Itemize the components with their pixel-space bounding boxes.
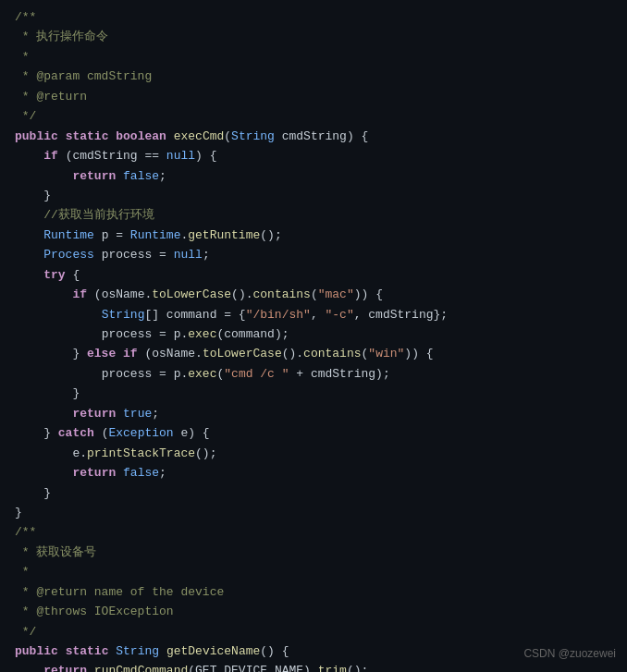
- code-token: [15, 149, 43, 163]
- code-token: [116, 169, 123, 183]
- code-line: * @param cmdString: [0, 67, 627, 86]
- code-token: return: [72, 169, 116, 183]
- code-token: e) {: [174, 426, 210, 440]
- code-token: [15, 287, 72, 301]
- code-token: [15, 228, 43, 242]
- code-token: [15, 308, 102, 322]
- code-line: return false;: [0, 166, 627, 186]
- code-line: if (cmdString == null) {: [0, 146, 627, 165]
- code-token: Runtime: [43, 228, 94, 242]
- code-token: (: [94, 426, 109, 440]
- code-token: execCmd: [174, 129, 225, 143]
- code-token: [87, 664, 94, 672]
- code-token: ();: [347, 664, 368, 672]
- code-token: toLowerCase: [152, 287, 231, 301]
- code-token: [15, 466, 72, 480]
- code-token: [] command = {: [144, 308, 245, 322]
- code-token: public: [15, 644, 58, 658]
- code-token: (cmdString ==: [58, 149, 166, 163]
- code-token: contains: [303, 347, 361, 360]
- code-token: "mac": [318, 287, 354, 301]
- code-token: }: [15, 506, 22, 519]
- code-token: (GET_DEVICE_NAME).: [188, 664, 317, 672]
- code-line: return true;: [0, 404, 627, 423]
- code-token: String: [231, 129, 275, 143]
- code-token: boolean: [116, 129, 166, 143]
- code-token: public: [15, 129, 58, 143]
- code-token: ) {: [195, 149, 216, 163]
- code-token: else: [87, 347, 116, 360]
- code-token: [166, 129, 174, 143]
- code-line: *: [0, 562, 627, 581]
- code-token: return: [72, 466, 116, 480]
- code-token: */: [15, 109, 36, 123]
- code-line: }: [0, 503, 627, 522]
- code-token: }: [15, 347, 87, 360]
- code-token: Process: [43, 248, 94, 262]
- code-token: "/bin/sh": [246, 308, 311, 322]
- code-line: } catch (Exception e) {: [0, 423, 627, 443]
- code-token: (: [311, 287, 318, 301]
- code-token: if: [43, 149, 58, 163]
- code-token: ;: [152, 407, 159, 421]
- code-token: * 执行操作命令: [15, 30, 108, 43]
- code-line: }: [0, 384, 627, 403]
- code-token: trim: [318, 664, 347, 672]
- code-token: * 获取设备号: [15, 545, 96, 559]
- code-token: ();: [260, 228, 281, 242]
- code-token: )) {: [404, 347, 433, 360]
- code-token: ();: [195, 446, 216, 460]
- code-token: if: [123, 347, 138, 360]
- code-token: (command);: [216, 327, 289, 341]
- code-token: }: [15, 486, 51, 500]
- code-line: public static boolean execCmd(String cmd…: [0, 127, 627, 146]
- code-token: ,: [311, 308, 326, 322]
- code-token: + cmdString);: [289, 367, 390, 381]
- code-token: (osName.: [87, 287, 152, 301]
- code-line: String[] command = {"/bin/sh", "-c", cmd…: [0, 305, 627, 324]
- code-line: * 执行操作命令: [0, 27, 627, 46]
- code-token: cmdString) {: [275, 129, 368, 143]
- code-token: //获取当前执行环境: [15, 208, 154, 222]
- code-token: )) {: [354, 287, 383, 301]
- code-token: /**: [15, 10, 36, 24]
- code-token: e.: [15, 446, 87, 460]
- code-line: e.printStackTrace();: [0, 444, 627, 463]
- code-token: () {: [260, 644, 289, 658]
- code-token: exec: [188, 367, 216, 381]
- code-token: [116, 407, 123, 421]
- code-token: printStackTrace: [87, 446, 195, 460]
- watermark: CSDN @zuozewei: [523, 645, 616, 663]
- code-token: }: [15, 426, 58, 440]
- code-token: "win": [368, 347, 404, 360]
- code-token: toLowerCase: [203, 347, 282, 360]
- code-token: static: [66, 644, 109, 658]
- code-token: , cmdString};: [354, 308, 448, 322]
- code-line: if (osName.toLowerCase().contains("mac")…: [0, 285, 627, 304]
- code-line: *: [0, 47, 627, 67]
- code-token: getDeviceName: [166, 644, 260, 658]
- code-token: */: [15, 625, 36, 639]
- code-token: String: [116, 644, 159, 658]
- code-line: * @return name of the device: [0, 582, 627, 602]
- code-line: //获取当前执行环境: [0, 205, 627, 225]
- code-token: [58, 644, 66, 658]
- code-token: exec: [188, 327, 216, 341]
- code-token: contains: [252, 287, 310, 301]
- code-line: Process process = null;: [0, 245, 627, 264]
- code-token: *: [15, 50, 30, 64]
- code-token: [15, 327, 102, 341]
- code-line: * @return: [0, 87, 627, 106]
- code-token: * @return name of the device: [15, 585, 224, 599]
- code-line: }: [0, 483, 627, 503]
- code-token: [15, 268, 43, 282]
- code-token: (osName.: [138, 347, 203, 360]
- code-token: "cmd /c ": [224, 367, 289, 381]
- code-token: (: [224, 129, 231, 143]
- code-token: /**: [15, 525, 36, 539]
- code-token: null: [174, 248, 203, 262]
- code-token: [116, 466, 123, 480]
- code-token: Runtime: [130, 228, 181, 242]
- code-token: ;: [159, 169, 166, 183]
- code-container: /** * 执行操作命令 * * @param cmdString * @ret…: [0, 0, 627, 672]
